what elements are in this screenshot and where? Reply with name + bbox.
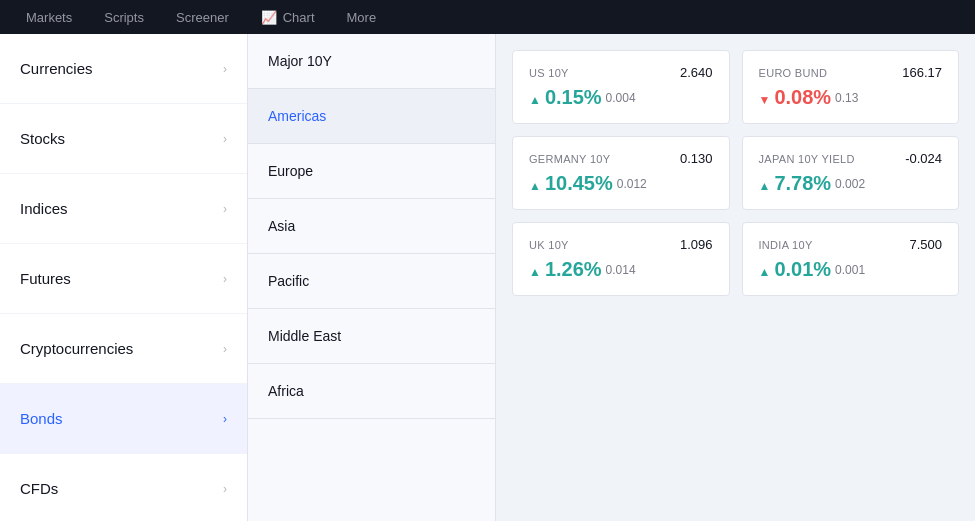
sidebar-item-cfds[interactable]: CFDs ›: [0, 454, 247, 521]
submenu-item-middleeast[interactable]: Middle East: [248, 309, 495, 364]
chevron-right-icon: ›: [223, 482, 227, 496]
card-value: 1.096: [680, 237, 713, 252]
nav-markets[interactable]: Markets: [12, 0, 86, 34]
card-germany10y[interactable]: GERMANY 10Y 0.130 10.45% 0.012: [512, 136, 730, 210]
chevron-right-icon: ›: [223, 412, 227, 426]
card-name: EURO BUND: [759, 67, 828, 79]
card-india10y[interactable]: INDIA 10Y 7.500 0.01% 0.001: [742, 222, 960, 296]
card-uk10y[interactable]: UK 10Y 1.096 1.26% 0.014: [512, 222, 730, 296]
card-eurobund[interactable]: EURO BUND 166.17 0.08% 0.13: [742, 50, 960, 124]
card-value: -0.024: [905, 151, 942, 166]
card-change: 10.45% 0.012: [529, 172, 713, 195]
submenu-item-africa[interactable]: Africa: [248, 364, 495, 419]
card-name: JAPAN 10Y YIELD: [759, 153, 855, 165]
sidebar-item-currencies[interactable]: Currencies ›: [0, 34, 247, 104]
sidebar: Currencies › Stocks › Indices › Futures …: [0, 34, 248, 521]
up-arrow-icon: [529, 86, 541, 109]
card-change: 0.01% 0.001: [759, 258, 943, 281]
card-value: 7.500: [909, 237, 942, 252]
submenu-item-pacific[interactable]: Pacific: [248, 254, 495, 309]
up-arrow-icon: [759, 258, 771, 281]
card-value: 0.130: [680, 151, 713, 166]
chevron-right-icon: ›: [223, 132, 227, 146]
card-name: UK 10Y: [529, 239, 569, 251]
chevron-right-icon: ›: [223, 62, 227, 76]
card-japan10yyield[interactable]: JAPAN 10Y YIELD -0.024 7.78% 0.002: [742, 136, 960, 210]
down-arrow-icon: [759, 86, 771, 109]
card-name: GERMANY 10Y: [529, 153, 610, 165]
sidebar-item-bonds[interactable]: Bonds ›: [0, 384, 247, 454]
up-arrow-icon: [529, 172, 541, 195]
top-navigation: Markets Scripts Screener 📈 Chart More: [0, 0, 975, 34]
up-arrow-icon: [759, 172, 771, 195]
card-name: INDIA 10Y: [759, 239, 813, 251]
sidebar-item-stocks[interactable]: Stocks ›: [0, 104, 247, 174]
submenu-item-major10y[interactable]: Major 10Y: [248, 34, 495, 89]
submenu-item-europe[interactable]: Europe: [248, 144, 495, 199]
card-us10y[interactable]: US 10Y 2.640 0.15% 0.004: [512, 50, 730, 124]
submenu-item-americas[interactable]: Americas: [248, 89, 495, 144]
card-change: 1.26% 0.014: [529, 258, 713, 281]
up-arrow-icon: [529, 258, 541, 281]
bonds-submenu: Major 10Y Americas Europe Asia Pacific M…: [248, 34, 496, 521]
chevron-right-icon: ›: [223, 342, 227, 356]
chart-icon: 📈: [261, 10, 277, 25]
chevron-right-icon: ›: [223, 202, 227, 216]
chevron-right-icon: ›: [223, 272, 227, 286]
card-change: 0.08% 0.13: [759, 86, 943, 109]
main-layout: Currencies › Stocks › Indices › Futures …: [0, 34, 975, 521]
market-cards-grid: US 10Y 2.640 0.15% 0.004 EURO BUND 166.1…: [496, 34, 975, 521]
nav-scripts[interactable]: Scripts: [90, 0, 158, 34]
submenu-item-asia[interactable]: Asia: [248, 199, 495, 254]
sidebar-item-indices[interactable]: Indices ›: [0, 174, 247, 244]
card-value: 166.17: [902, 65, 942, 80]
card-name: US 10Y: [529, 67, 569, 79]
card-change: 0.15% 0.004: [529, 86, 713, 109]
card-change: 7.78% 0.002: [759, 172, 943, 195]
nav-more[interactable]: More: [333, 0, 391, 34]
nav-chart[interactable]: 📈 Chart: [247, 0, 329, 34]
card-value: 2.640: [680, 65, 713, 80]
sidebar-item-cryptocurrencies[interactable]: Cryptocurrencies ›: [0, 314, 247, 384]
sidebar-item-futures[interactable]: Futures ›: [0, 244, 247, 314]
nav-screener[interactable]: Screener: [162, 0, 243, 34]
